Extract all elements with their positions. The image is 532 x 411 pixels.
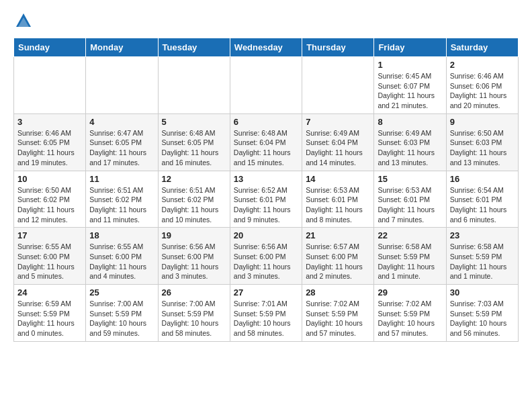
calendar-cell (158, 57, 230, 114)
day-number: 23 (450, 230, 515, 240)
day-number: 18 (89, 230, 154, 240)
day-number: 24 (17, 287, 82, 298)
calendar-cell: 12Sunrise: 6:51 AM Sunset: 6:02 PM Dayli… (158, 171, 230, 228)
day-number: 21 (306, 230, 370, 240)
calendar-cell (86, 57, 158, 114)
day-info: Sunrise: 6:47 AM Sunset: 6:05 PM Dayligh… (89, 128, 154, 168)
day-number: 13 (234, 174, 298, 184)
weekday-header-wednesday: Wednesday (230, 38, 302, 57)
calendar-cell: 27Sunrise: 7:01 AM Sunset: 5:59 PM Dayli… (230, 285, 302, 342)
calendar-cell: 7Sunrise: 6:49 AM Sunset: 6:04 PM Daylig… (302, 113, 374, 171)
calendar-cell: 17Sunrise: 6:55 AM Sunset: 6:00 PM Dayli… (14, 228, 86, 285)
day-number: 20 (234, 230, 298, 240)
day-number: 8 (378, 117, 442, 127)
calendar-cell: 14Sunrise: 6:53 AM Sunset: 6:01 PM Dayli… (302, 171, 374, 228)
day-number: 11 (89, 174, 154, 184)
calendar-week-1: 3Sunrise: 6:46 AM Sunset: 6:05 PM Daylig… (14, 113, 519, 171)
day-info: Sunrise: 6:49 AM Sunset: 6:03 PM Dayligh… (378, 128, 442, 168)
weekday-header-friday: Friday (374, 38, 446, 57)
calendar-header-row: SundayMondayTuesdayWednesdayThursdayFrid… (14, 38, 519, 57)
calendar-cell: 25Sunrise: 7:00 AM Sunset: 5:59 PM Dayli… (86, 285, 158, 342)
calendar-cell: 10Sunrise: 6:50 AM Sunset: 6:02 PM Dayli… (14, 171, 86, 228)
calendar-week-3: 17Sunrise: 6:55 AM Sunset: 6:00 PM Dayli… (14, 228, 519, 285)
weekday-header-monday: Monday (86, 38, 158, 57)
calendar-cell: 18Sunrise: 6:55 AM Sunset: 6:00 PM Dayli… (86, 228, 158, 285)
day-info: Sunrise: 6:53 AM Sunset: 6:01 PM Dayligh… (378, 185, 442, 225)
day-info: Sunrise: 7:00 AM Sunset: 5:59 PM Dayligh… (89, 299, 154, 338)
day-number: 27 (234, 287, 298, 298)
calendar-cell: 16Sunrise: 6:54 AM Sunset: 6:01 PM Dayli… (446, 171, 518, 228)
day-info: Sunrise: 6:46 AM Sunset: 6:05 PM Dayligh… (17, 128, 82, 168)
day-info: Sunrise: 6:51 AM Sunset: 6:02 PM Dayligh… (162, 185, 226, 225)
day-info: Sunrise: 6:46 AM Sunset: 6:06 PM Dayligh… (450, 71, 515, 111)
day-info: Sunrise: 6:48 AM Sunset: 6:05 PM Dayligh… (162, 128, 226, 168)
calendar-cell: 23Sunrise: 6:58 AM Sunset: 5:59 PM Dayli… (446, 228, 518, 285)
day-info: Sunrise: 6:58 AM Sunset: 5:59 PM Dayligh… (450, 242, 515, 281)
day-info: Sunrise: 6:56 AM Sunset: 6:00 PM Dayligh… (162, 242, 226, 281)
day-number: 12 (162, 174, 226, 184)
day-number: 26 (162, 287, 226, 298)
weekday-header-sunday: Sunday (14, 38, 86, 57)
day-info: Sunrise: 6:59 AM Sunset: 5:59 PM Dayligh… (17, 299, 82, 338)
calendar-table: SundayMondayTuesdayWednesdayThursdayFrid… (13, 38, 519, 342)
calendar-cell: 5Sunrise: 6:48 AM Sunset: 6:05 PM Daylig… (158, 113, 230, 171)
day-info: Sunrise: 6:48 AM Sunset: 6:04 PM Dayligh… (234, 128, 298, 168)
weekday-header-saturday: Saturday (446, 38, 518, 57)
day-number: 30 (450, 287, 515, 298)
day-info: Sunrise: 7:02 AM Sunset: 5:59 PM Dayligh… (306, 299, 370, 338)
day-info: Sunrise: 6:50 AM Sunset: 6:03 PM Dayligh… (450, 128, 515, 168)
calendar-cell: 26Sunrise: 7:00 AM Sunset: 5:59 PM Dayli… (158, 285, 230, 342)
day-info: Sunrise: 7:03 AM Sunset: 5:59 PM Dayligh… (450, 299, 515, 338)
calendar-week-4: 24Sunrise: 6:59 AM Sunset: 5:59 PM Dayli… (14, 285, 519, 342)
day-number: 5 (162, 117, 226, 127)
calendar-cell: 4Sunrise: 6:47 AM Sunset: 6:05 PM Daylig… (86, 113, 158, 171)
day-info: Sunrise: 6:57 AM Sunset: 6:00 PM Dayligh… (306, 242, 370, 281)
day-number: 6 (234, 117, 298, 127)
day-info: Sunrise: 7:02 AM Sunset: 5:59 PM Dayligh… (378, 299, 442, 338)
calendar-week-2: 10Sunrise: 6:50 AM Sunset: 6:02 PM Dayli… (14, 171, 519, 228)
day-info: Sunrise: 7:00 AM Sunset: 5:59 PM Dayligh… (162, 299, 226, 338)
day-info: Sunrise: 6:55 AM Sunset: 6:00 PM Dayligh… (17, 242, 82, 281)
header (13, 11, 519, 31)
day-info: Sunrise: 6:56 AM Sunset: 6:00 PM Dayligh… (234, 242, 298, 281)
day-info: Sunrise: 6:49 AM Sunset: 6:04 PM Dayligh… (306, 128, 370, 168)
day-number: 16 (450, 174, 515, 184)
day-number: 19 (162, 230, 226, 240)
calendar-cell: 8Sunrise: 6:49 AM Sunset: 6:03 PM Daylig… (374, 113, 446, 171)
day-info: Sunrise: 6:53 AM Sunset: 6:01 PM Dayligh… (306, 185, 370, 225)
day-number: 1 (378, 60, 442, 70)
day-number: 2 (450, 60, 515, 70)
day-number: 17 (17, 230, 82, 240)
day-number: 28 (306, 287, 370, 298)
weekday-header-thursday: Thursday (302, 38, 374, 57)
calendar-cell: 24Sunrise: 6:59 AM Sunset: 5:59 PM Dayli… (14, 285, 86, 342)
day-info: Sunrise: 7:01 AM Sunset: 5:59 PM Dayligh… (234, 299, 298, 338)
calendar-cell: 19Sunrise: 6:56 AM Sunset: 6:00 PM Dayli… (158, 228, 230, 285)
calendar-cell: 15Sunrise: 6:53 AM Sunset: 6:01 PM Dayli… (374, 171, 446, 228)
calendar-cell: 11Sunrise: 6:51 AM Sunset: 6:02 PM Dayli… (86, 171, 158, 228)
day-info: Sunrise: 6:51 AM Sunset: 6:02 PM Dayligh… (89, 185, 154, 225)
day-number: 15 (378, 174, 442, 184)
logo-icon (13, 11, 34, 31)
day-info: Sunrise: 6:54 AM Sunset: 6:01 PM Dayligh… (450, 185, 515, 225)
calendar-cell (230, 57, 302, 114)
calendar-cell: 20Sunrise: 6:56 AM Sunset: 6:00 PM Dayli… (230, 228, 302, 285)
day-number: 14 (306, 174, 370, 184)
day-number: 9 (450, 117, 515, 127)
day-number: 25 (89, 287, 154, 298)
calendar-cell: 28Sunrise: 7:02 AM Sunset: 5:59 PM Dayli… (302, 285, 374, 342)
calendar-cell: 22Sunrise: 6:58 AM Sunset: 5:59 PM Dayli… (374, 228, 446, 285)
day-info: Sunrise: 6:45 AM Sunset: 6:07 PM Dayligh… (378, 71, 442, 111)
calendar-cell: 2Sunrise: 6:46 AM Sunset: 6:06 PM Daylig… (446, 57, 518, 114)
calendar-cell: 9Sunrise: 6:50 AM Sunset: 6:03 PM Daylig… (446, 113, 518, 171)
calendar-week-0: 1Sunrise: 6:45 AM Sunset: 6:07 PM Daylig… (14, 57, 519, 114)
calendar-cell (302, 57, 374, 114)
day-number: 3 (17, 117, 82, 127)
day-number: 10 (17, 174, 82, 184)
day-number: 7 (306, 117, 370, 127)
day-number: 4 (89, 117, 154, 127)
calendar-cell (14, 57, 86, 114)
calendar-cell: 21Sunrise: 6:57 AM Sunset: 6:00 PM Dayli… (302, 228, 374, 285)
weekday-header-tuesday: Tuesday (158, 38, 230, 57)
day-number: 29 (378, 287, 442, 298)
